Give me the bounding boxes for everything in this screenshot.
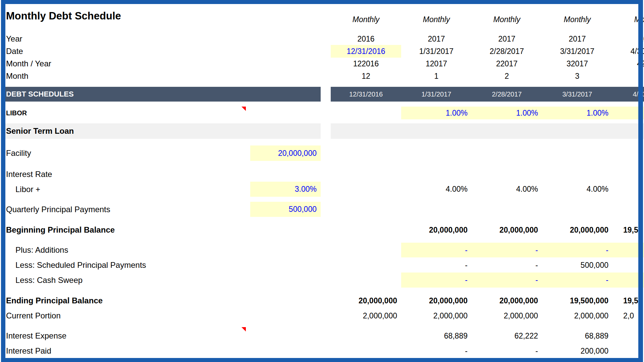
subsection-band-right <box>331 123 644 139</box>
cell: 20,000,000 <box>401 225 472 235</box>
cell: 4.00% <box>542 182 612 197</box>
cell: 4.00% <box>472 182 542 197</box>
cell: 2016 <box>331 34 401 44</box>
cell: 2/28/2017 <box>472 45 542 58</box>
cell: 62,222 <box>472 331 542 341</box>
libor-plus-row: Libor + 3.00% 4.00% 4.00% 4.00% <box>0 182 644 197</box>
row-label: Libor + <box>15 182 40 197</box>
additions-row: Plus: Additions - - - <box>0 243 644 257</box>
cell[interactable]: - <box>472 273 542 288</box>
cell: 1 <box>401 71 472 81</box>
cell: 2017 <box>401 34 472 44</box>
period-header-row: Monthly Monthly Monthly Monthly Monthly <box>0 15 644 24</box>
cell-partial: 19,5 <box>612 296 644 305</box>
quarterly-input-cell[interactable]: 500,000 <box>250 202 321 217</box>
subsection-title: Senior Term Loan <box>6 123 74 139</box>
cell: 20,000,000 <box>472 225 542 235</box>
cell: 20,000,000 <box>542 225 612 235</box>
comment-marker-icon[interactable] <box>241 327 246 331</box>
band-date: 12/31/2016 <box>331 87 401 102</box>
cell-partial: 2,0 <box>612 311 644 320</box>
cell: 22017 <box>472 59 542 68</box>
period-label: Monthly <box>612 15 644 24</box>
libor-row: LIBOR 1.00% 1.00% 1.00% <box>0 107 644 119</box>
cell: - <box>472 259 542 272</box>
band-date: 3/31/2017 <box>542 87 612 102</box>
cell: 2017 <box>612 34 644 44</box>
row-label: Current Portion <box>6 311 61 320</box>
cell[interactable]: - <box>472 243 542 257</box>
cell: 2017 <box>472 34 542 44</box>
row-label: Interest Rate <box>6 170 52 179</box>
cell: 2 <box>472 71 542 81</box>
cell[interactable]: - <box>542 243 612 257</box>
cell: - <box>472 346 542 356</box>
cell: 2,000,000 <box>401 311 472 320</box>
subsection-band: Senior Term Loan <box>0 123 644 139</box>
row-label: Month / Year <box>6 59 51 68</box>
cell: 2017 <box>542 34 612 44</box>
libor-plus-input-cell[interactable]: 3.00% <box>250 182 321 197</box>
cell: - <box>401 346 472 356</box>
cell: 4/30/2017 <box>612 45 644 58</box>
band-date: 1/31/2017 <box>401 87 472 102</box>
row-label: Date <box>6 45 23 58</box>
cash-sweep-row: Less: Cash Sweep - - - <box>0 273 644 288</box>
cell[interactable]: - <box>542 273 612 288</box>
cell: 19,500,000 <box>542 296 612 305</box>
year-row: Year 2016 2017 2017 2017 2017 <box>0 34 644 44</box>
cell: 32017 <box>542 59 612 68</box>
cell[interactable]: - <box>401 273 472 288</box>
cell: 2,000,000 <box>542 311 612 320</box>
month-year-row: Month / Year 122016 12017 22017 32017 42… <box>0 59 644 68</box>
cell: 2,000,000 <box>472 311 542 320</box>
ending-balance-row: Ending Principal Balance 20,000,000 20,0… <box>0 296 644 305</box>
row-label: Ending Principal Balance <box>6 296 103 305</box>
libor-cell[interactable]: 1.00% <box>472 107 542 119</box>
row-label: Interest Paid <box>6 346 51 356</box>
cell: 200,000 <box>542 346 612 356</box>
cell: 122016 <box>331 59 401 68</box>
beginning-balance-row: Beginning Principal Balance 20,000,000 2… <box>0 225 644 235</box>
date-row: Date 12/31/2016 1/31/2017 2/28/2017 3/31… <box>0 45 644 58</box>
section-band: DEBT SCHEDULES 12/31/2016 1/31/2017 2/28… <box>0 87 644 102</box>
scheduled-payments-row: Less: Scheduled Principal Payments - - 5… <box>0 259 644 272</box>
cell: 500,000 <box>542 259 612 272</box>
row-label: LIBOR <box>6 107 27 119</box>
row-label: Beginning Principal Balance <box>6 225 115 235</box>
row-label: Facility <box>6 145 31 161</box>
cell: 20,000,000 <box>401 296 472 305</box>
cell: 42017 <box>612 59 644 68</box>
month-row: Month 12 1 2 3 <box>0 71 644 81</box>
row-label: Month <box>6 71 29 81</box>
period-label: Monthly <box>472 15 542 24</box>
cell: 3/31/2017 <box>542 45 612 58</box>
cell: 68,889 <box>542 331 612 341</box>
row-label: Year <box>6 34 22 44</box>
comment-marker-icon[interactable] <box>241 107 246 111</box>
cell: - <box>401 259 472 272</box>
cell: 12 <box>331 71 401 81</box>
cell: 3 <box>542 71 612 81</box>
row-label: Interest Expense <box>6 331 66 341</box>
cell-partial: 19,5 <box>612 225 644 235</box>
facility-row: Facility 20,000,000 <box>0 145 644 161</box>
date-input-cell[interactable]: 12/31/2016 <box>331 45 401 58</box>
period-label: Monthly <box>542 15 612 24</box>
cell: 1/31/2017 <box>401 45 472 58</box>
row-label: Plus: Additions <box>15 243 68 257</box>
libor-cell[interactable]: 1.00% <box>542 107 612 119</box>
cell: 2,000,000 <box>331 311 401 320</box>
section-title: DEBT SCHEDULES <box>6 87 74 102</box>
libor-cell[interactable]: 1.00% <box>401 107 472 119</box>
facility-input-cell[interactable]: 20,000,000 <box>250 145 321 161</box>
row-label: Quarterly Principal Payments <box>6 202 110 217</box>
cell: 12017 <box>401 59 472 68</box>
cell: 68,889 <box>401 331 472 341</box>
interest-paid-row: Interest Paid - - 200,000 <box>0 346 644 356</box>
cell: 20,000,000 <box>331 296 401 305</box>
quarterly-payments-row: Quarterly Principal Payments 500,000 <box>0 202 644 217</box>
cell[interactable]: - <box>401 243 472 257</box>
cell: 4.00% <box>401 182 472 197</box>
period-label: Monthly <box>331 15 401 24</box>
